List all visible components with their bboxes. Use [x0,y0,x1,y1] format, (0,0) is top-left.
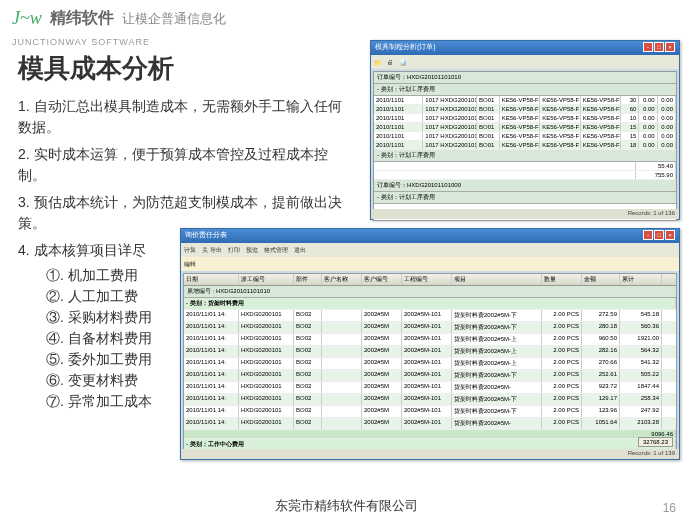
table-row[interactable]: 2010/11/01 14:HXDG0200101BO022002#5M2002… [184,382,676,394]
minimize-icon[interactable]: - [643,42,653,52]
minimize-icon[interactable]: - [643,230,653,240]
table-row[interactable]: 2010/11/01 14:HXDG0200101BO022002#5M2002… [184,394,676,406]
table-row[interactable]: 2010/11/01 14:HXDG0200101BO022002#5M2002… [184,334,676,346]
toolbar-btn[interactable]: 关 导出 [202,246,222,255]
subtotal-row: 9096.46 [184,430,676,439]
statusbar-1: Records: 1 of 136 [371,209,679,219]
maximize-icon[interactable]: □ [654,42,664,52]
table-row[interactable]: 2010/11/01 14:HXDG0200101BO022002#5M2002… [184,346,676,358]
toolbar-2: 计算 关 导出 打印 预览 格式管理 退出 [181,243,679,257]
titlebar-2: 询价责任分表 -□× [181,229,679,243]
statusbar-2: Records: 1 of 139 [181,449,679,459]
table-row[interactable]: 2010/11011017 HXDG200101BO01KE56-VP58-FK… [374,123,676,132]
filter-bar: 編輯 [181,257,679,271]
toolbar-btn[interactable]: 退出 [294,246,306,255]
toolbar-1: 📁🖨📊 [371,55,679,69]
filter-label: 編輯 [184,260,196,269]
close-icon[interactable]: × [665,230,675,240]
table-row[interactable]: 2010/11011017 HXDG200101BO01KE56-VP58-FK… [374,132,676,141]
table-row[interactable]: 2010/11011017 HXDG200101BO01KE56-VP58-FK… [374,141,676,150]
total-row: 755.90 [374,171,676,180]
window-title-2: 询价责任分表 [185,230,227,242]
total-row: 55.40 [374,162,676,171]
group2-label: - 类别：计划工序费用 [374,150,676,162]
table-row[interactable]: 2010/11/01 14:HXDG0200101BO022002#5M2002… [184,406,676,418]
table-row[interactable]: 2010/11/01 14:HXDG0200101BO022002#5M2002… [184,358,676,370]
logo: J~w [12,8,42,29]
tagline: 让模企普通信息化 [122,10,226,28]
footer: 东莞市精纬软件有限公司 [0,497,692,515]
page-number: 16 [663,501,676,515]
table-row[interactable]: 2010/11011017 HXDG200101BO01KE56-VP58-FK… [374,114,676,123]
close-icon[interactable]: × [665,42,675,52]
group-row: - 类别：货架时料费用 [184,298,676,310]
toolbar-btn[interactable]: 🖨 [387,59,393,65]
app-window-2: 询价责任分表 -□× 计算 关 导出 打印 预览 格式管理 退出 編輯 日期派工… [180,228,680,460]
point-2: 2. 实时成本运算，便于预算成本管控及过程成本控制。 [18,144,348,186]
header: J~w 精纬软件 让模企普通信息化 [0,0,692,37]
titlebar-1: 模具制程分析(订单) -□× [371,41,679,55]
toolbar-btn[interactable]: 📊 [399,59,406,66]
maximize-icon[interactable]: □ [654,230,664,240]
grid-header: 日期派工编号部件客户名称客户编号工程编号项目数量金额累计 [184,274,676,286]
window-controls: -□× [642,230,675,242]
brand-name: 精纬软件 [50,8,114,29]
toolbar-btn[interactable]: 格式管理 [264,246,288,255]
table-row[interactable]: 2010/11/01 14:HXDG0200101BO022002#5M2002… [184,322,676,334]
grid-1: 订单编号：HXDG20101101010 - 类别：计划工序费用 2010/11… [373,71,677,221]
group-label: - 类别：计划工序费用 [374,84,676,96]
grid-2: 日期派工编号部件客户名称客户编号工程编号项目数量金额累计 累增编号 : HXDG… [183,273,677,459]
window-title-1: 模具制程分析(订单) [375,42,436,54]
order-label-2: 累增编号 : HXDG20101101010 [184,286,676,298]
window-controls: -□× [642,42,675,54]
toolbar-btn[interactable]: 计算 [184,246,196,255]
table-row[interactable]: 2010/11011017 HXDG200101BO01KE56-VP58-FK… [374,96,676,105]
order-label: 订单编号：HXDG20101101010 [374,72,676,84]
order3-label: 订单编号：HXDG20101101000 [374,180,676,192]
toolbar-btn[interactable]: 打印 [228,246,240,255]
table-row[interactable]: 2010/11/01 14:HXDG0200101BO022002#5M2002… [184,418,676,430]
table-row[interactable]: 2010/11/01 14:HXDG0200101BO022002#5M2002… [184,370,676,382]
table-row[interactable]: 2010/11/01 14:HXDG0200101BO022002#5M2002… [184,310,676,322]
app-window-1: 模具制程分析(订单) -□× 📁🖨📊 订单编号：HXDG20101101010 … [370,40,680,220]
group3-label: - 类别：计划工序费用 [374,192,676,204]
toolbar-btn[interactable]: 预览 [246,246,258,255]
toolbar-btn[interactable]: 📁 [374,59,381,66]
table-row[interactable]: 2010/11011017 HXDG200101BO01KE56-VP58-FK… [374,105,676,114]
grand-total: 32768.23 [638,437,673,447]
point-1: 1. 自动汇总出模具制造成本，无需额外手工输入任何数据。 [18,96,348,138]
